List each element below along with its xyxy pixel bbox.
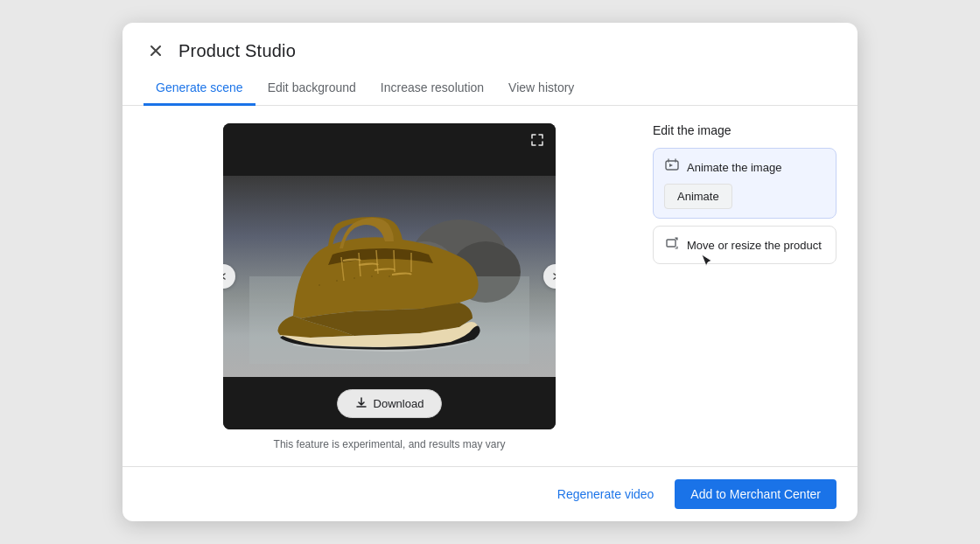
move-resize-icon bbox=[664, 235, 680, 255]
svg-point-12 bbox=[354, 277, 355, 279]
download-button[interactable]: Download bbox=[337, 389, 443, 418]
dialog-header: Product Studio bbox=[122, 23, 858, 63]
close-button[interactable] bbox=[144, 38, 168, 63]
edit-panel-title: Edit the image bbox=[653, 123, 836, 137]
svg-point-13 bbox=[371, 275, 373, 277]
expand-icon[interactable] bbox=[529, 132, 545, 151]
product-studio-dialog: Product Studio Generate scene Edit backg… bbox=[122, 23, 858, 521]
dialog-footer: Regenerate video Add to Merchant Center bbox=[122, 466, 858, 521]
image-top-bar bbox=[223, 123, 556, 176]
edit-panel: Edit the image Animate the image Animate bbox=[653, 123, 836, 452]
move-resize-header: Move or resize the product bbox=[664, 235, 825, 255]
svg-point-11 bbox=[336, 280, 338, 282]
animate-option-header: Animate the image bbox=[664, 157, 825, 177]
move-resize-option[interactable]: Move or resize the product bbox=[653, 226, 836, 264]
shoe-svg bbox=[249, 189, 529, 364]
svg-point-14 bbox=[388, 275, 390, 277]
move-resize-label: Move or resize the product bbox=[687, 239, 822, 252]
dialog-title: Product Studio bbox=[178, 41, 296, 61]
svg-point-10 bbox=[318, 284, 320, 286]
product-image bbox=[223, 176, 556, 377]
animate-icon bbox=[664, 157, 680, 177]
animate-button[interactable]: Animate bbox=[664, 184, 732, 209]
dialog-body: Download This feature is experimental, a… bbox=[122, 106, 858, 466]
tab-view-history[interactable]: View history bbox=[496, 72, 586, 106]
svg-rect-16 bbox=[667, 240, 676, 247]
image-container: Download bbox=[223, 123, 556, 429]
tab-bar: Generate scene Edit background Increase … bbox=[122, 72, 858, 106]
animate-option[interactable]: Animate the image Animate bbox=[653, 148, 836, 219]
image-bottom-bar: Download bbox=[223, 377, 556, 429]
regenerate-button[interactable]: Regenerate video bbox=[547, 480, 665, 508]
experimental-notice: This feature is experimental, and result… bbox=[274, 438, 506, 450]
tab-edit-background[interactable]: Edit background bbox=[256, 72, 368, 106]
tab-increase-resolution[interactable]: Increase resolution bbox=[368, 72, 496, 106]
add-to-merchant-button[interactable]: Add to Merchant Center bbox=[675, 479, 836, 509]
tab-generate-scene[interactable]: Generate scene bbox=[144, 72, 256, 106]
svg-line-8 bbox=[394, 250, 395, 272]
animate-label: Animate the image bbox=[687, 161, 781, 174]
cursor-icon bbox=[701, 254, 713, 271]
image-section: Download This feature is experimental, a… bbox=[144, 123, 635, 452]
